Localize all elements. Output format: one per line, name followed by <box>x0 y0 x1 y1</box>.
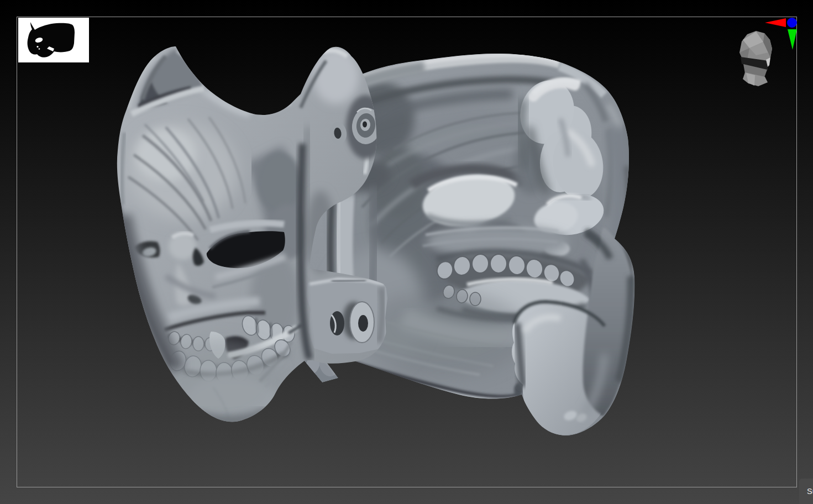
svg-text:Su: Su <box>807 487 813 496</box>
